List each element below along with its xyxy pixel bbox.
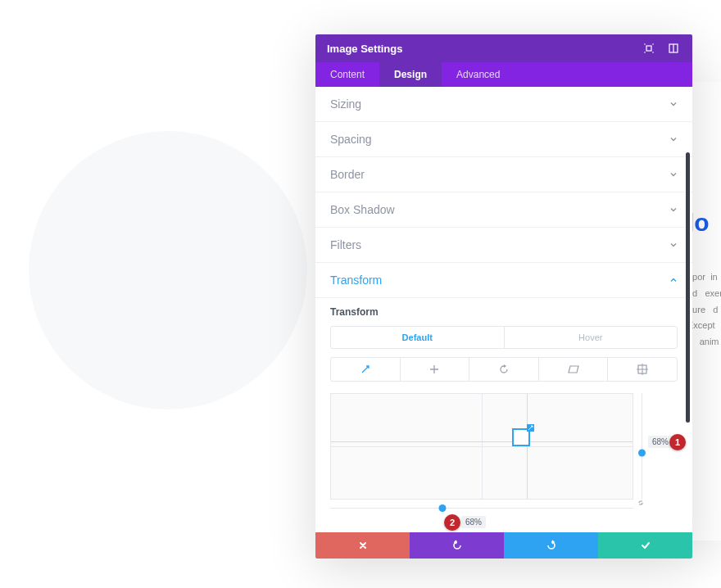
- scrollbar[interactable]: [686, 152, 690, 423]
- state-tab-default[interactable]: Default: [331, 327, 504, 348]
- redo-button[interactable]: [504, 532, 598, 559]
- resize-handle-icon[interactable]: [527, 424, 534, 432]
- svg-rect-0: [646, 46, 651, 51]
- tool-origin-icon[interactable]: [607, 358, 677, 381]
- chevron-down-icon: [669, 135, 678, 143]
- section-border[interactable]: Border: [315, 157, 692, 192]
- svg-point-1: [644, 43, 646, 45]
- transform-tool-row: [330, 357, 678, 382]
- tabs: Content Design Advanced: [315, 62, 692, 87]
- section-label: Transform: [330, 274, 669, 287]
- state-tabs: Default Hover: [330, 326, 678, 349]
- section-spacing[interactable]: Spacing: [315, 122, 692, 157]
- horizontal-value[interactable]: 68%: [461, 516, 486, 528]
- annotation-marker-1: 1: [669, 434, 686, 450]
- section-label: Box Shadow: [330, 203, 669, 216]
- tab-advanced[interactable]: Advanced: [442, 62, 515, 87]
- grid-horizontal: [331, 446, 633, 447]
- section-box-shadow[interactable]: Box Shadow: [315, 192, 692, 228]
- background-circle: [29, 131, 307, 409]
- section-label: Spacing: [330, 133, 669, 146]
- transform-canvas[interactable]: [330, 393, 633, 500]
- section-filters[interactable]: Filters: [315, 228, 692, 263]
- vertical-slider[interactable]: [638, 393, 646, 500]
- chevron-down-icon: [669, 241, 678, 249]
- settings-panel: Image Settings Content Design Advanced S…: [315, 34, 692, 559]
- horizontal-slider[interactable]: [330, 504, 633, 513]
- tab-design[interactable]: Design: [379, 62, 442, 87]
- panel-title: Image Settings: [327, 43, 632, 55]
- svg-point-2: [652, 43, 654, 45]
- section-label: Sizing: [330, 97, 669, 111]
- footer-bar: [315, 532, 692, 559]
- guide-horizontal: [331, 441, 633, 442]
- transform-body: Transform Default Hover: [315, 298, 692, 532]
- slider-track: [642, 393, 642, 500]
- chevron-up-icon: [669, 276, 678, 284]
- undo-button[interactable]: [410, 532, 504, 559]
- chevron-down-icon: [669, 100, 678, 108]
- cancel-button[interactable]: [315, 532, 410, 559]
- tool-scale-icon[interactable]: [331, 358, 400, 381]
- tool-rotate-icon[interactable]: [469, 358, 538, 381]
- slider-thumb[interactable]: [638, 449, 646, 456]
- transform-sublabel: Transform: [330, 306, 678, 318]
- svg-point-3: [644, 52, 646, 53]
- tool-skew-icon[interactable]: [538, 358, 608, 381]
- tool-translate-icon[interactable]: [400, 358, 469, 381]
- chevron-down-icon: [669, 206, 678, 214]
- expand-icon[interactable]: [642, 41, 656, 56]
- save-button[interactable]: [598, 532, 692, 559]
- tab-content[interactable]: Content: [315, 62, 379, 87]
- transform-canvas-wrap: 68% 68% 1 2: [330, 393, 678, 531]
- section-transform[interactable]: Transform: [315, 263, 692, 298]
- section-label: Border: [330, 168, 669, 181]
- annotation-marker-2: 2: [444, 514, 460, 531]
- chevron-down-icon: [669, 170, 678, 179]
- svg-point-4: [652, 52, 654, 53]
- section-sizing[interactable]: Sizing: [315, 87, 692, 122]
- panel-header: Image Settings: [315, 34, 692, 62]
- slider-track: [330, 508, 633, 509]
- sections-scroll: Sizing Spacing Border Box Shadow Filters…: [315, 87, 692, 532]
- transform-box[interactable]: [512, 428, 530, 446]
- layout-icon[interactable]: [666, 41, 681, 56]
- state-tab-hover[interactable]: Hover: [504, 327, 678, 348]
- link-axes-icon[interactable]: [636, 498, 647, 509]
- section-label: Filters: [330, 238, 669, 251]
- slider-thumb[interactable]: [438, 504, 446, 512]
